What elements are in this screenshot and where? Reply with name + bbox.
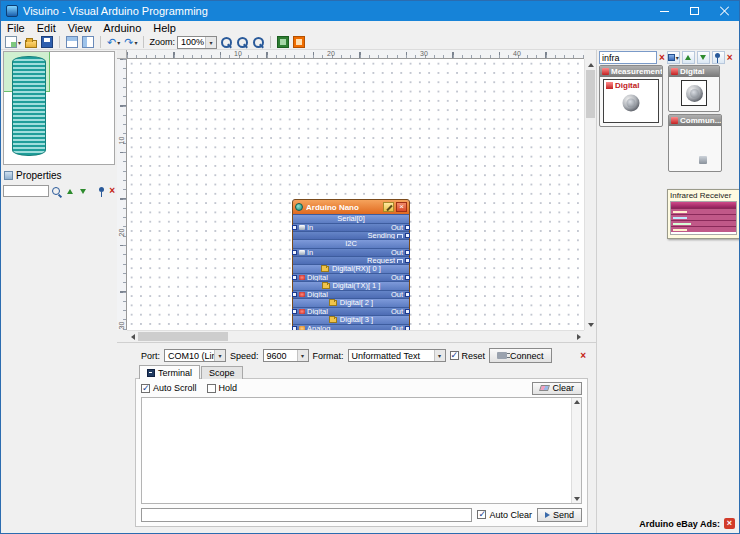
minimize-button[interactable] [649,1,679,21]
reset-checkbox[interactable]: Reset [450,351,486,361]
menu-edit[interactable]: Edit [31,21,62,35]
close-panel-button[interactable]: × [580,351,586,361]
scroll-thumb[interactable] [586,70,595,118]
send-button[interactable]: Send [537,508,582,522]
input-pin[interactable] [292,326,297,331]
remove-board-button[interactable]: × [396,202,407,212]
subcategory-digital[interactable]: Digital [603,79,659,123]
format-combo[interactable]: Unformatted Text ▾ [348,349,446,362]
project-overview-map[interactable] [3,51,115,165]
redo-button[interactable]: ↷▾ [123,35,138,49]
close-button[interactable] [709,1,739,21]
output-pin[interactable] [405,233,410,238]
category-label: Digital [680,67,704,76]
input-pin[interactable] [292,309,297,314]
board-pin-row: InOut [293,248,409,256]
output-pin[interactable] [405,258,410,263]
output-pin[interactable] [405,225,410,230]
horizontal-scrollbar[interactable] [127,330,584,342]
terminal-output[interactable] [141,397,582,504]
arduino-nano-component[interactable]: Arduino Nano × Serial[0] InOut Sending I… [292,199,410,330]
sort-ascending-button[interactable] [64,186,75,197]
input-pin[interactable] [292,225,297,230]
save-button[interactable] [40,35,54,49]
scroll-thumb[interactable] [138,332,228,341]
scrollbar-corner [117,330,127,342]
scroll-right-button[interactable] [573,331,584,342]
collapse-all-button[interactable] [682,51,695,64]
expand-all-button[interactable] [697,51,710,64]
menu-help[interactable]: Help [147,21,182,35]
view-mode-button[interactable]: ▾ [667,51,680,64]
terminal-scrollbar[interactable] [571,398,581,503]
toolbar-separator [59,36,60,48]
property-filter-input[interactable] [3,185,49,197]
component-item[interactable] [681,80,707,106]
properties-tab[interactable]: Properties [1,168,62,182]
compile-button[interactable] [276,35,290,49]
auto-scroll-checkbox[interactable]: Auto Scroll [141,383,197,393]
menu-file[interactable]: File [1,21,31,35]
new-project-button[interactable]: ▾ [4,35,22,49]
board-section-row: I2C [293,239,409,248]
sensor-component-icon[interactable] [623,95,640,112]
clear-search-button[interactable]: × [659,53,665,63]
sort-descending-button[interactable] [77,186,88,197]
terminal-input[interactable] [141,508,472,522]
output-pin[interactable] [405,292,410,297]
close-properties-button[interactable]: × [109,186,115,196]
edit-board-button[interactable] [383,202,394,212]
scroll-left-button[interactable] [127,331,138,342]
output-pin[interactable] [405,250,410,255]
scroll-track[interactable] [138,331,573,342]
upload-button[interactable] [292,35,306,49]
vertical-scrollbar[interactable] [584,59,596,330]
undo-button[interactable]: ↶▾ [106,35,121,49]
output-pin[interactable] [405,275,410,280]
tab-terminal[interactable]: Terminal [139,365,200,379]
category-measurement[interactable]: Measurement Digital [599,65,663,127]
zoom-in-button[interactable] [219,35,233,49]
category-header[interactable]: Commun... [669,115,721,126]
hold-checkbox[interactable]: Hold [207,383,238,393]
output-pin[interactable] [405,309,410,314]
connect-button[interactable]: Connect [489,348,552,363]
zoom-out-button[interactable] [235,35,249,49]
zoom-combo[interactable]: 100% ▾ [177,36,217,49]
scroll-up-button[interactable] [585,59,596,70]
tab-scope[interactable]: Scope [201,366,243,379]
board-header[interactable]: Arduino Nano × [293,200,409,214]
output-pin[interactable] [405,326,410,331]
arrow-left-icon [131,334,135,340]
port-combo[interactable]: COM10 (Lina ▾ [164,349,226,362]
menu-view[interactable]: View [62,21,98,35]
pin-panel-button[interactable] [712,51,725,64]
design-canvas[interactable]: Arduino Nano × Serial[0] InOut Sending I… [127,59,584,330]
zoom-reset-button[interactable] [251,35,265,49]
category-communication[interactable]: Commun... [668,114,722,172]
tile-vertical-button[interactable] [81,35,95,49]
category-digital[interactable]: Digital [668,65,720,112]
input-pin[interactable] [292,292,297,297]
close-component-panel-button[interactable]: × [727,53,733,63]
auto-clear-checkbox[interactable]: Auto Clear [477,510,532,520]
component-search-input[interactable] [599,51,657,64]
scroll-track[interactable] [585,70,596,319]
close-ads-button[interactable]: × [724,518,735,529]
category-header[interactable]: Digital [669,66,719,77]
pin-panel-button[interactable] [97,186,107,197]
folder-icon [329,300,337,306]
scroll-down-button[interactable] [585,319,596,330]
clear-button[interactable]: Clear [532,382,582,395]
tile-horizontal-button[interactable] [65,35,79,49]
input-pin[interactable] [292,250,297,255]
menu-arduino[interactable]: Arduino [97,21,147,35]
property-search-icon[interactable] [51,186,62,197]
title-bar[interactable]: Visuino - Visual Arduino Programming [1,1,739,21]
input-pin[interactable] [292,275,297,280]
speed-combo[interactable]: 9600 ▾ [263,349,309,362]
maximize-button[interactable] [679,1,709,21]
open-button[interactable] [24,35,38,49]
category-label: Commun... [680,116,721,125]
category-header[interactable]: Measurement [600,66,662,77]
